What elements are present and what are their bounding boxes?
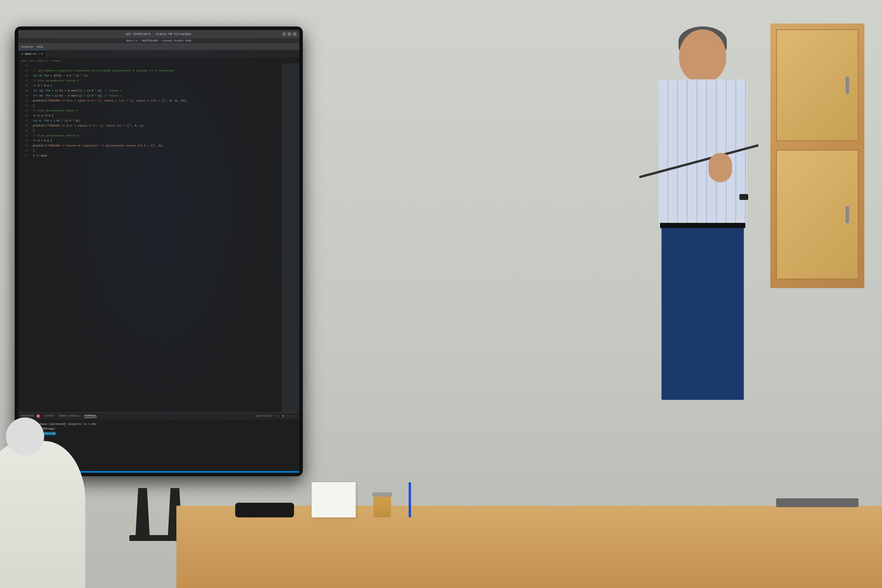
- close-button[interactable]: ×: [293, 32, 296, 36]
- black-item: [235, 503, 294, 518]
- instructor-pants: [662, 224, 744, 400]
- instructor-arm: [708, 153, 732, 182]
- maximize-button[interactable]: □: [288, 32, 291, 36]
- code-line-38: if d > 0.0 {: [33, 84, 279, 88]
- vscode-tabbar: ● main.rs 1 ×: [18, 50, 299, 58]
- terminal-close-icon[interactable]: ✕: [295, 414, 296, 418]
- vscode-window: Win [Работает] - Oracle VM VirtualBox — …: [18, 30, 299, 473]
- statusbar-date: 10.06.2023: [283, 472, 297, 473]
- window-title: Win [Работает] - Oracle VM VirtualBox: [126, 33, 191, 36]
- instructor-belt: [660, 223, 745, 228]
- pen: [409, 482, 411, 518]
- line-num-40: 40: [25, 93, 28, 99]
- menu-help[interactable]: Help: [37, 46, 43, 48]
- code-line-37: // Если дискриминант больше 0: [33, 78, 279, 84]
- tab-close-icon[interactable]: ×: [41, 52, 42, 56]
- breadcrumb-path: app > src > main.rs > ⊕ main: [21, 59, 61, 62]
- vscode-window-title-bar: main.rs - RUSTFOLDER - Visual Studio Cod…: [18, 38, 299, 44]
- terminal-minimize-icon[interactable]: —: [287, 414, 288, 417]
- tv-leg-left: [135, 488, 150, 541]
- line-num-44: 44: [25, 114, 28, 118]
- terminal-output: Finished release [optimized] target(s) i…: [18, 420, 299, 448]
- code-line-47: }: [33, 129, 279, 134]
- cup: [374, 494, 391, 518]
- code-line-49: if d < 0.0 {: [33, 138, 279, 144]
- terminal-line-history: * History restored: [22, 431, 296, 436]
- terminal-trash-icon[interactable]: 🗑: [282, 414, 285, 418]
- line-numbers: 34 35 36 37 38 39 40 41 42 43 44 45: [18, 63, 30, 412]
- line-num-43: 43: [25, 108, 28, 114]
- problems-badge: 1: [36, 414, 40, 418]
- line-num-39: 39: [25, 88, 28, 93]
- vscode-menubar: Terminal Help: [18, 44, 299, 50]
- line-num-50: 50: [25, 144, 28, 148]
- tab-debug-console[interactable]: DEBUG CONSOLE: [59, 414, 80, 417]
- tab-terminal[interactable]: TERMINAL: [84, 414, 97, 418]
- terminal-line-prompt1: PS C:\RUSTFOLDER\app>: [22, 427, 296, 431]
- observer-figure: [0, 441, 85, 588]
- code-line-44: if d == 0.0 {: [33, 114, 279, 118]
- code-line-36: let d: f64 = (b*b) - 4.0 * (a * c);: [33, 74, 279, 78]
- editor-tab-main-rs[interactable]: ● main.rs 1 ×: [18, 50, 46, 58]
- line-num-46: 46: [25, 123, 28, 129]
- tab-number: 1: [38, 52, 39, 55]
- instructor-watch: [740, 194, 748, 200]
- code-line-43: // Если дискриминант равен 0: [33, 108, 279, 114]
- cabinet-handle-top: [846, 76, 849, 94]
- statusbar-time: 16:18: [273, 472, 280, 473]
- code-line-41: println!("РЕШЕНИЕ:\n Есть 2 корня:\n D =…: [33, 99, 279, 104]
- line-num-34: 34: [25, 63, 28, 69]
- line-num-48: 48: [25, 134, 28, 138]
- menu-terminal[interactable]: Terminal: [21, 46, 33, 48]
- instructor-head: [679, 29, 726, 82]
- code-line-46: println!("РЕШЕНИЕ:\n Есть 1 корень:\n D …: [33, 123, 279, 129]
- terminal-line-blank: [22, 436, 296, 441]
- minimap-content: [282, 63, 299, 412]
- terminal-split-icon[interactable]: ∨: [278, 414, 279, 418]
- line-num-38: 38: [25, 84, 28, 88]
- code-editor-content[interactable]: // для решения квадратного уравнения рас…: [30, 63, 282, 412]
- line-num-36: 36: [25, 74, 28, 78]
- line-num-42: 42: [25, 104, 28, 108]
- cabinet-door-bottom: [776, 150, 858, 279]
- code-minimap: [282, 63, 299, 412]
- papers: [312, 482, 356, 518]
- line-num-37: 37: [25, 78, 28, 84]
- line-num-35: 35: [25, 69, 28, 74]
- statusbar-right: 16:18 10.06.2023: [273, 472, 297, 473]
- scene: Win [Работает] - Oracle VM VirtualBox — …: [0, 0, 882, 588]
- code-line-45: let x: f64 = (-b) / (2.0 * a);: [33, 118, 279, 123]
- vscode-tab-title: main.rs - RUSTFOLDER - Visual Studio Cod…: [126, 39, 191, 42]
- line-num-51: 51: [25, 148, 28, 153]
- table-items: [235, 482, 411, 518]
- line-num-41: 41: [25, 99, 28, 104]
- code-line-42: }: [33, 104, 279, 108]
- tab-filename: main.rs: [25, 52, 36, 56]
- minimize-button[interactable]: —: [282, 32, 286, 36]
- code-line-40: let x2: f64 = ((-b) - d.sqrt()) / (2.0 *…: [33, 93, 279, 99]
- code-line-48: // Если дискриминант меньше 0: [33, 134, 279, 138]
- laptop: [776, 498, 858, 507]
- code-line-34: [33, 63, 279, 69]
- terminal-shell-label: powershell: [256, 414, 272, 417]
- terminal-controls: powershell + ∨ 🗑 — ∧ ✕: [256, 414, 296, 418]
- line-num-45: 45: [25, 118, 28, 123]
- observer-head: [6, 417, 44, 456]
- terminal-line-prompt2: PS C:\RUSTFOLDER>: [22, 441, 296, 446]
- terminal-expand-icon[interactable]: ∧: [291, 414, 292, 418]
- terminal-add-icon[interactable]: +: [274, 414, 276, 417]
- vscode-breadcrumb: app > src > main.rs > ⊕ main: [18, 58, 299, 63]
- line-num-47: 47: [25, 129, 28, 134]
- terminal-line-build: Finished release [optimized] target(s) i…: [22, 422, 296, 427]
- line-num-52: 52: [25, 153, 28, 159]
- code-line-39: let x1: f64 = ((-b) + d.sqrt()) / (2.0 *…: [33, 88, 279, 93]
- cabinet-door-top: [776, 29, 858, 141]
- tab-output[interactable]: OUTPUT: [45, 414, 54, 417]
- vscode-titlebar: Win [Работает] - Oracle VM VirtualBox — …: [18, 30, 299, 38]
- code-line-50: println!("РЕШЕНИЕ:\n Корней не существуе…: [33, 144, 279, 148]
- cabinet: [770, 24, 864, 288]
- tv-screen: Win [Работает] - Oracle VM VirtualBox — …: [18, 30, 299, 473]
- terminal-tabbar: PROBLEMS 1 OUTPUT DEBUG CONSOLE TERMINAL…: [18, 412, 299, 420]
- code-line-51: }: [33, 148, 279, 153]
- vscode-editor-area: 34 35 36 37 38 39 40 41 42 43 44 45: [18, 63, 299, 412]
